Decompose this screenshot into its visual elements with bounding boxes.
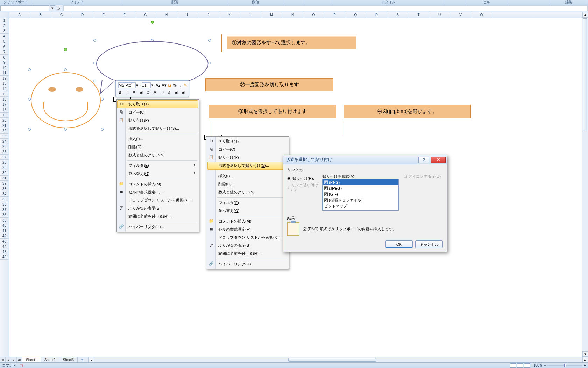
row-header-21[interactable]: 21 [0,123,9,128]
zoom-out-icon[interactable]: − [544,363,546,367]
rotate-handle[interactable] [64,48,67,51]
mini-btn-7[interactable]: ％ [166,89,172,95]
col-header-U[interactable]: U [429,12,450,18]
col-header-O[interactable]: O [303,12,324,18]
grow-font-icon[interactable]: A▴ [155,82,161,88]
row-header-32[interactable]: 32 [0,181,9,186]
row-header-38[interactable]: 38 [0,212,9,218]
ctx-item-2[interactable]: 📋貼り付け(P) [117,116,198,124]
first-sheet-icon[interactable]: ⏮ [0,357,6,362]
prev-sheet-icon[interactable]: ◂ [6,357,11,362]
name-box[interactable] [0,5,49,11]
ctx-item-12[interactable]: 📁コメントの挿入(M) [207,217,288,225]
mini-btn-6[interactable]: ⬚ [159,89,165,95]
row-header-31[interactable]: 31 [0,176,9,181]
row-header-23[interactable]: 23 [0,134,9,139]
ctx-item-3[interactable]: 形式を選択して貼り付け(S)... [117,124,198,132]
sheet-nav[interactable]: ⏮ ◂ ▸ ⏭ [0,357,22,362]
row-header-22[interactable]: 22 [0,128,9,134]
row-header-45[interactable]: 45 [0,249,9,254]
chevron-down-icon[interactable]: ▾ [151,83,153,88]
ctx-item-9[interactable]: フィルタ(E) [117,162,198,170]
row-header-25[interactable]: 25 [0,144,9,149]
row-header-6[interactable]: 6 [0,44,9,49]
row-header-46[interactable]: 46 [0,254,9,260]
ctx-item-16[interactable]: 範囲に名前を付ける(R)... [207,250,288,258]
row-header-15[interactable]: 15 [0,91,9,97]
row-header-26[interactable]: 26 [0,149,9,155]
col-header-J[interactable]: J [198,12,219,18]
col-header-P[interactable]: P [324,12,345,18]
ctx-item-5[interactable]: 挿入(I)... [207,172,288,180]
mini-btn-1[interactable]: I [124,89,130,95]
row-header-39[interactable]: 39 [0,218,9,223]
help-button[interactable]: ? [418,157,429,163]
row-header-5[interactable]: 5 [0,39,9,44]
row-header-42[interactable]: 42 [0,233,9,239]
row-header-12[interactable]: 12 [0,76,9,81]
col-header-K[interactable]: K [219,12,240,18]
ctx-item-18[interactable]: 🔗ハイパーリンク(H)... [117,223,198,231]
row-header-28[interactable]: 28 [0,160,9,165]
col-header-R[interactable]: R [366,12,387,18]
ctx-item-9[interactable]: フィルタ(E) [207,199,288,207]
mini-btn-2[interactable]: ≡ [131,89,137,95]
row-header-13[interactable]: 13 [0,81,9,86]
row-header-17[interactable]: 17 [0,102,9,107]
vertical-scrollbar[interactable]: ▴ ▾ [582,12,588,357]
select-all-corner[interactable] [0,12,9,18]
ctx-item-15[interactable]: アふりがなの表示(S) [117,204,198,212]
row-header-29[interactable]: 29 [0,165,9,170]
mini-btn-3[interactable]: ⊞ [138,89,144,95]
row-header-10[interactable]: 10 [0,65,9,70]
last-sheet-icon[interactable]: ⏭ [17,357,22,362]
page-layout-view-button[interactable] [517,363,523,368]
font-name[interactable]: ▾ [117,82,140,89]
format-option-0[interactable]: 図 (PNG) [323,179,398,185]
row-header-35[interactable]: 35 [0,197,9,202]
scroll-down-icon[interactable]: ▾ [582,351,588,357]
row-header-2[interactable]: 2 [0,23,9,28]
ok-button[interactable]: OK [385,240,413,248]
col-header-W[interactable]: W [471,12,492,18]
col-header-G[interactable]: G [135,12,156,18]
ctx-item-2[interactable]: 📋貼り付け(P) [207,154,288,162]
col-header-Q[interactable]: Q [345,12,366,18]
format-listbox[interactable]: 図 (PNG)図 (JPEG)図 (GIF)図 (拡張メタファイル)ビットマップ… [322,179,399,211]
ctx-item-18[interactable]: 🔗ハイパーリンク(H)... [207,260,288,268]
row-header-44[interactable]: 44 [0,244,9,249]
hscroll-thumb[interactable] [288,358,376,362]
ctx-item-16[interactable]: 範囲に名前を付ける(R)... [117,212,198,220]
percent-icon[interactable]: % [173,82,177,88]
sheet-tab-sheet3[interactable]: Sheet3 [59,357,78,362]
mini-btn-9[interactable]: ⊞ [180,89,186,95]
mini-btn-4[interactable]: ◇ [145,89,151,95]
vscroll-thumb[interactable] [583,18,587,130]
row-header-34[interactable]: 34 [0,191,9,197]
ctx-item-13[interactable]: ⊞セルの書式設定(F)... [117,188,198,196]
row-header-18[interactable]: 18 [0,107,9,113]
paste-special-dialog[interactable]: 形式を選択して貼り付け ? ✕ リンク元: ◉ 貼り付け(P): ○ リンク貼り… [283,155,447,252]
mini-toolbar[interactable]: ▾ ▾ A▴ A▾ ◪ % , ✎ BI≡⊞◇A⬚％⊟⊞ [115,80,189,97]
row-header-9[interactable]: 9 [0,60,9,65]
ctx-item-6[interactable]: 削除(D)... [117,143,198,151]
ctx-item-7[interactable]: 数式と値のクリア(N) [207,188,288,196]
row-header-27[interactable]: 27 [0,155,9,160]
row-header-16[interactable]: 16 [0,97,9,102]
col-header-B[interactable]: B [30,12,51,18]
row-header-3[interactable]: 3 [0,28,9,34]
scroll-up-icon[interactable]: ▴ [582,12,588,18]
rotate-handle[interactable] [151,21,154,24]
radio-paste[interactable]: ◉ 貼り付け(P): [287,176,322,181]
ctx-item-10[interactable]: 並べ替え(O) [117,170,198,178]
format-option-3[interactable]: 図 (拡張メタファイル) [323,197,398,203]
row-header-19[interactable]: 19 [0,113,9,118]
row-header-20[interactable]: 20 [0,118,9,123]
row-header-43[interactable]: 43 [0,239,9,244]
col-header-L[interactable]: L [240,12,261,18]
mini-btn-5[interactable]: A [152,89,158,95]
dialog-titlebar[interactable]: 形式を選択して貼り付け ? ✕ [283,155,447,164]
comma-icon[interactable]: , [178,82,182,88]
ctx-item-14[interactable]: ドロップダウン リストから選択(K)... [207,233,288,241]
ctx-item-0[interactable]: ✂切り取り(T) [117,100,198,108]
